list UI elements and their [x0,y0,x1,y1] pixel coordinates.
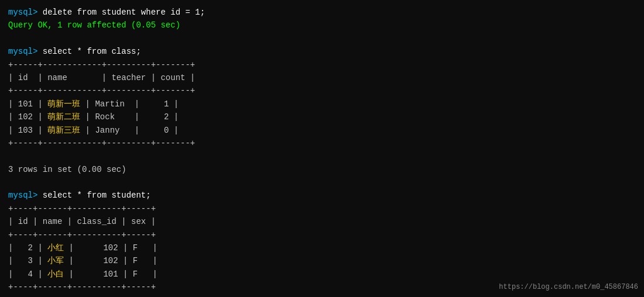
terminal-line: | id | name | class_id | sex | [8,215,636,228]
terminal-line: +-----+------------+---------+-------+ [8,58,636,71]
terminal-line [8,294,636,297]
terminal-line: +-----+------------+---------+-------+ [8,84,636,97]
terminal-line: | 3 | 小军 | 102 | F | [8,254,636,267]
terminal-line [8,176,636,189]
terminal-line [8,32,636,45]
terminal-line [8,150,636,163]
terminal-line: mysql> select * from class; [8,45,636,58]
terminal-line: +----+------+----------+-----+ [8,202,636,215]
terminal-line: mysql> select * from student; [8,189,636,202]
terminal-line: | 103 | 萌新三班 | Janny | 0 | [8,124,636,137]
terminal-line: | 102 | 萌新二班 | Rock | 2 | [8,110,636,123]
terminal-line: 3 rows in set (0.00 sec) [8,163,636,176]
terminal-line: +-----+------------+---------+-------+ [8,137,636,150]
terminal-line: | 2 | 小红 | 102 | F | [8,241,636,254]
watermark: https://blog.csdn.net/m0_45867846 [499,283,638,291]
terminal-line: | 101 | 萌新一班 | Martin | 1 | [8,98,636,110]
terminal-line: | id | name | teacher | count | [8,71,636,84]
terminal-line: Query OK, 1 row affected (0.05 sec) [8,19,636,32]
terminal-line: | 4 | 小白 | 101 | F | [8,268,636,281]
terminal-output: mysql> delete from student where id = 1;… [8,6,636,297]
terminal-line: mysql> delete from student where id = 1; [8,6,636,19]
terminal-line: +----+------+----------+-----+ [8,229,636,241]
